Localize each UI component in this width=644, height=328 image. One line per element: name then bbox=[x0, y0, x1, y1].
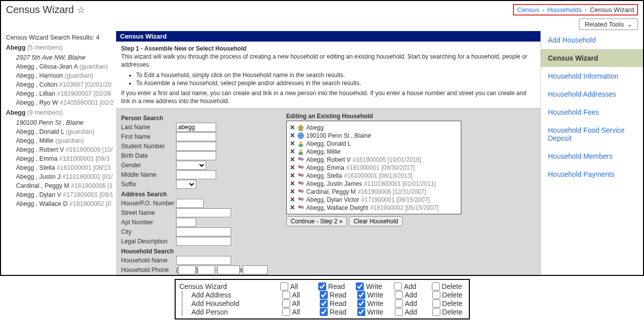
person-row[interactable]: Abegg , Justin J #1101900001 [01/ bbox=[16, 173, 114, 180]
editing-row-text[interactable]: Abegg, Stella bbox=[306, 172, 342, 179]
permission-checkbox[interactable] bbox=[280, 282, 288, 290]
rnav-item[interactable]: Household Information bbox=[541, 67, 643, 85]
remove-icon[interactable]: ✕ bbox=[290, 156, 295, 163]
middle-name-input[interactable] bbox=[176, 170, 216, 179]
first-name-input[interactable] bbox=[176, 132, 216, 141]
apt-number-input[interactable] bbox=[176, 218, 196, 227]
permission-checkbox[interactable] bbox=[432, 308, 440, 316]
rnav-item[interactable]: Census Wizard bbox=[541, 49, 643, 67]
student-number-input[interactable] bbox=[176, 142, 216, 151]
remove-icon[interactable]: ✕ bbox=[290, 180, 295, 187]
person-row[interactable]: Abegg , Millie (guardian) bbox=[16, 137, 114, 144]
household-name-input[interactable] bbox=[176, 256, 231, 265]
permission-checkbox[interactable] bbox=[318, 282, 326, 290]
household-address[interactable]: 2927 5th Ave NW, Blaine bbox=[16, 54, 114, 61]
rnav-item[interactable]: Household Fees bbox=[541, 103, 643, 121]
editing-row-text[interactable]: Abegg, Justin James bbox=[306, 180, 362, 187]
breadcrumb-households[interactable]: Households bbox=[547, 6, 582, 14]
guardian-icon bbox=[297, 140, 304, 147]
remove-icon[interactable]: ✕ bbox=[290, 132, 295, 139]
permission-col-label: Write bbox=[367, 291, 383, 299]
remove-icon[interactable]: ✕ bbox=[290, 124, 295, 131]
person-row[interactable]: Abegg , Harrison (guardian) bbox=[16, 72, 114, 79]
person-row[interactable]: Abegg , Ryo W #1405980001 [02/2 bbox=[16, 99, 114, 106]
editing-row-text[interactable]: Abegg, Wallace Dwight bbox=[306, 204, 368, 211]
remove-icon[interactable]: ✕ bbox=[290, 204, 295, 211]
person-row[interactable]: Abegg , Emma #181000001 [09/3 bbox=[16, 155, 114, 162]
household-address[interactable]: 190100 Penn St , Blaine bbox=[16, 119, 114, 126]
permission-checkbox[interactable] bbox=[432, 291, 440, 299]
person-row[interactable]: Abegg , Robert V #161900005 [10/ bbox=[16, 146, 114, 153]
person-row[interactable]: Abegg , Lillian #161900007 [02/28 bbox=[16, 90, 114, 97]
household-name[interactable]: Abegg (5 members) bbox=[6, 44, 114, 51]
breadcrumb-census[interactable]: Census bbox=[517, 6, 539, 14]
person-row[interactable]: Abegg , Donald L (guardian) bbox=[16, 128, 114, 135]
remove-icon[interactable]: ✕ bbox=[290, 164, 295, 171]
editing-row-text[interactable]: Abegg, Emma bbox=[306, 164, 344, 171]
permission-checkbox[interactable] bbox=[320, 308, 328, 316]
remove-icon[interactable]: ✕ bbox=[290, 196, 295, 203]
remove-icon[interactable]: ✕ bbox=[290, 148, 295, 155]
star-icon[interactable]: ☆ bbox=[77, 5, 85, 16]
permission-checkbox[interactable] bbox=[282, 291, 290, 299]
remove-icon[interactable]: ✕ bbox=[290, 172, 295, 179]
editing-row-text[interactable]: Abegg, Donald L bbox=[306, 140, 351, 147]
permission-checkbox[interactable] bbox=[395, 299, 403, 307]
legal-desc-input[interactable] bbox=[176, 237, 231, 246]
person-row[interactable]: Abegg , Dylan V #171900001 [09/1 bbox=[16, 191, 114, 198]
permission-checkbox[interactable] bbox=[282, 299, 290, 307]
editing-row-text[interactable]: Abegg, Millie bbox=[306, 148, 341, 155]
city-input[interactable] bbox=[176, 227, 231, 236]
house-po-label: House/P.O. Number bbox=[121, 200, 176, 207]
permission-checkbox[interactable] bbox=[395, 291, 403, 299]
remove-icon[interactable]: ✕ bbox=[290, 140, 295, 147]
house-po-input[interactable] bbox=[176, 199, 204, 208]
permission-checkbox[interactable] bbox=[320, 299, 328, 307]
gender-select[interactable] bbox=[176, 161, 206, 170]
svg-point-18 bbox=[298, 205, 301, 208]
person-row[interactable]: Abegg , Colton #103667 [02/01/20 bbox=[16, 81, 114, 88]
rnav-item[interactable]: Add Household bbox=[541, 31, 643, 49]
last-name-input[interactable] bbox=[176, 123, 216, 132]
permission-checkbox[interactable] bbox=[432, 299, 440, 307]
rnav-item[interactable]: Household Members bbox=[541, 147, 643, 165]
permission-col-label: All bbox=[292, 308, 300, 316]
editing-row-text[interactable]: Abegg bbox=[306, 124, 324, 131]
phone-ext-input[interactable] bbox=[243, 265, 268, 274]
permission-checkbox[interactable] bbox=[320, 291, 328, 299]
person-row[interactable]: Abegg , Wallace D #181900002 [0 bbox=[16, 200, 114, 207]
permission-checkbox[interactable] bbox=[282, 308, 290, 316]
permission-col-label: Add bbox=[405, 299, 417, 307]
permission-checkbox[interactable] bbox=[357, 291, 365, 299]
person-row[interactable]: Cardinal , Peggy M #161900006 [1 bbox=[16, 182, 114, 189]
rnav-item[interactable]: Household Addresses bbox=[541, 85, 643, 103]
permission-checkbox[interactable] bbox=[357, 308, 365, 316]
permission-checkbox[interactable] bbox=[356, 282, 364, 290]
permission-checkbox[interactable] bbox=[432, 282, 440, 290]
permission-checkbox[interactable] bbox=[395, 308, 403, 316]
permission-checkbox[interactable] bbox=[394, 282, 402, 290]
editing-row-text[interactable]: Abegg, Dylan Victor bbox=[306, 196, 359, 203]
clear-household-button[interactable]: Clear Household bbox=[349, 216, 402, 226]
household-name[interactable]: Abegg (9 members) bbox=[6, 109, 114, 116]
person-row[interactable]: Abegg , Glissa-Jean A (guardian) bbox=[16, 63, 114, 70]
suffix-select[interactable] bbox=[176, 180, 196, 189]
phone-area-input[interactable] bbox=[178, 265, 196, 274]
editing-row-text[interactable]: 190100 Penn St , Blaine bbox=[306, 132, 371, 139]
remove-icon[interactable]: ✕ bbox=[290, 188, 295, 195]
street-name-input[interactable] bbox=[176, 208, 231, 217]
rnav-item[interactable]: Household Payments bbox=[541, 165, 643, 183]
continue-step2-button[interactable]: Continue - Step 2 » bbox=[286, 216, 347, 226]
rnav-item[interactable]: Household Food Service Deposit bbox=[541, 121, 643, 147]
editing-row-text[interactable]: Cardinal, Peggy M bbox=[306, 188, 356, 195]
person-meta: #161900005 [10/ bbox=[66, 146, 113, 153]
editing-row-text[interactable]: Abegg, Robert V bbox=[306, 156, 351, 163]
phone-line-input[interactable] bbox=[217, 265, 240, 274]
permission-checkbox[interactable] bbox=[357, 299, 365, 307]
person-search-header: Person Search bbox=[121, 115, 271, 122]
birth-date-input[interactable] bbox=[176, 151, 216, 160]
phone-prefix-input[interactable] bbox=[198, 265, 215, 274]
related-tools-button[interactable]: Related Tools ⌄ bbox=[579, 19, 638, 30]
person-row[interactable]: Abegg , Stella #161000001 [08/13 bbox=[16, 164, 114, 171]
permission-col-label: Write bbox=[366, 282, 382, 290]
